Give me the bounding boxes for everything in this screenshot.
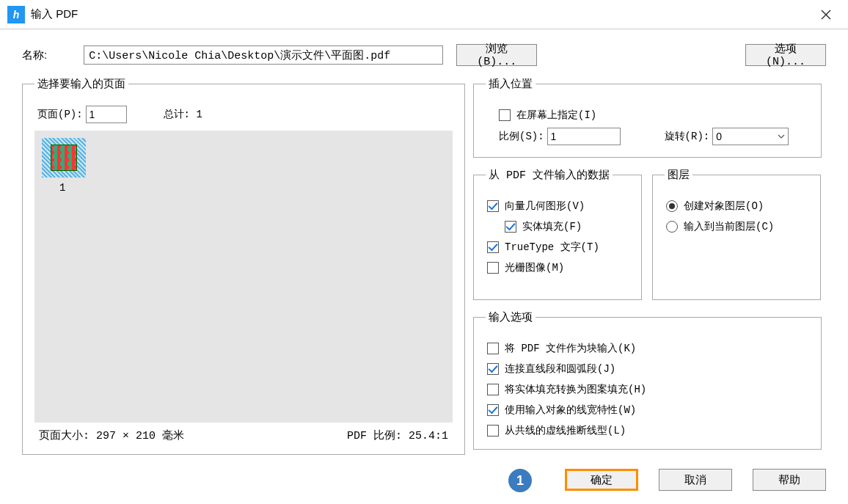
page-row: 页面(P): 总计: 1 (37, 106, 453, 123)
scale-label: 比例(S): (499, 130, 544, 143)
specify-on-screen-checkbox[interactable]: 在屏幕上指定(I) (499, 109, 809, 122)
two-column-row: 从 PDF 文件输入的数据 向量几何图形(V) 实体填充(F) TrueType… (473, 168, 822, 300)
raster-label: 光栅图像(M) (505, 261, 564, 274)
join-lines-checkbox[interactable]: 连接直线段和圆弧段(J) (487, 362, 809, 376)
input-options-fieldset: 输入选项 将 PDF 文件作为块输入(K) 连接直线段和圆弧段(J) 将实体填充… (473, 310, 822, 450)
vector-checkbox[interactable]: 向量几何图形(V) (487, 200, 629, 213)
checkbox-icon (505, 221, 516, 233)
thumbnail-label: 1 (59, 182, 65, 194)
pages-fieldset: 选择要输入的页面 页面(P): 总计: 1 1 页面大小: 297 × 210 … (22, 77, 465, 455)
checkbox-icon (487, 241, 499, 253)
solid-hatch-checkbox[interactable]: 将实体填充转换为图案填充(H) (487, 383, 809, 396)
as-block-checkbox[interactable]: 将 PDF 文件作为块输入(K) (487, 342, 809, 355)
truetype-checkbox[interactable]: TrueType 文字(T) (487, 241, 629, 254)
checkbox-icon (499, 109, 511, 121)
titlebar: h 输入 PDF (0, 0, 848, 29)
app-icon: h (7, 6, 25, 23)
create-layer-label: 创建对象图层(O) (684, 200, 764, 213)
chevron-down-icon (778, 133, 785, 140)
pdf-data-fieldset: 从 PDF 文件输入的数据 向量几何图形(V) 实体填充(F) TrueType… (473, 168, 642, 300)
scale-input[interactable] (547, 128, 621, 145)
solid-fill-label: 实体填充(F) (522, 220, 582, 233)
total-label: 总计: 1 (164, 108, 202, 121)
radio-icon (666, 200, 678, 212)
dialog-buttons: 确定 取消 帮助 (565, 469, 826, 491)
preview-footer: 页面大小: 297 × 210 毫米 PDF 比例: 25.4:1 (34, 423, 453, 442)
scale-rotate-row: 比例(S): 旋转(R): 0 (499, 128, 809, 145)
checkbox-icon (487, 425, 499, 437)
dialog-content: 名称: 浏览(B)... 选项(N)... 选择要输入的页面 页面(P): 总计… (0, 29, 848, 504)
rotate-label: 旋转(R): (665, 130, 710, 143)
layer-legend: 图层 (665, 168, 692, 182)
page-number-input[interactable] (86, 106, 127, 123)
left-column: 选择要输入的页面 页面(P): 总计: 1 1 页面大小: 297 × 210 … (22, 77, 462, 455)
lineweight-label: 使用输入对象的线宽特性(W) (505, 403, 636, 417)
specify-on-screen-label: 在屏幕上指定(I) (516, 109, 596, 122)
cancel-button[interactable]: 取消 (659, 469, 732, 491)
insert-legend: 插入位置 (486, 77, 536, 91)
checkbox-icon (487, 343, 499, 354)
close-icon (821, 10, 831, 20)
input-options-legend: 输入选项 (486, 310, 536, 324)
infer-linetype-checkbox[interactable]: 从共线的虚线推断线型(L) (487, 424, 809, 437)
pdf-scale-label: PDF 比例: 25.4:1 (347, 428, 448, 442)
browse-button[interactable]: 浏览(B)... (456, 44, 537, 66)
options-button[interactable]: 选项(N)... (745, 44, 826, 66)
right-column: 插入位置 在屏幕上指定(I) 比例(S): 旋转(R): 0 从 PDF 文件输… (473, 77, 822, 450)
preview-area: 1 (34, 131, 453, 423)
ok-button[interactable]: 确定 (565, 469, 638, 491)
raster-checkbox[interactable]: 光栅图像(M) (487, 261, 629, 274)
create-layer-radio[interactable]: 创建对象图层(O) (666, 200, 808, 213)
current-layer-radio[interactable]: 输入到当前图层(C) (666, 220, 808, 233)
checkbox-icon (487, 384, 499, 395)
join-lines-label: 连接直线段和圆弧段(J) (505, 362, 615, 376)
thumbnail-image (51, 145, 77, 171)
insert-fieldset: 插入位置 在屏幕上指定(I) 比例(S): 旋转(R): 0 (473, 77, 822, 158)
annotation-badge: 1 (508, 469, 532, 492)
current-layer-label: 输入到当前图层(C) (684, 220, 774, 233)
checkbox-icon (487, 200, 499, 212)
infer-linetype-label: 从共线的虚线推断线型(L) (505, 424, 626, 437)
as-block-label: 将 PDF 文件作为块输入(K) (505, 342, 636, 355)
layer-fieldset: 图层 创建对象图层(O) 输入到当前图层(C) (652, 168, 821, 300)
checkbox-icon (487, 363, 499, 375)
solid-hatch-label: 将实体填充转换为图案填充(H) (505, 383, 646, 396)
pages-legend: 选择要输入的页面 (34, 77, 128, 91)
pdf-data-legend: 从 PDF 文件输入的数据 (486, 168, 613, 182)
page-size-label: 页面大小: 297 × 210 毫米 (39, 428, 184, 442)
truetype-label: TrueType 文字(T) (505, 241, 599, 254)
radio-icon (666, 221, 678, 233)
solid-fill-checkbox[interactable]: 实体填充(F) (505, 220, 629, 233)
window-title: 输入 PDF (31, 7, 811, 21)
rotate-value: 0 (716, 131, 722, 142)
checkbox-icon (487, 262, 499, 274)
page-label: 页面(P): (37, 108, 83, 121)
page-thumbnail[interactable] (42, 138, 86, 178)
vector-label: 向量几何图形(V) (505, 200, 585, 213)
close-button[interactable] (811, 0, 841, 29)
lineweight-checkbox[interactable]: 使用输入对象的线宽特性(W) (487, 403, 809, 417)
file-path-input[interactable] (84, 45, 443, 65)
checkbox-icon (487, 404, 499, 416)
help-button[interactable]: 帮助 (753, 469, 826, 491)
name-label: 名称: (22, 48, 47, 62)
name-row: 名称: 浏览(B)... (22, 44, 826, 66)
rotate-select[interactable]: 0 (712, 128, 789, 145)
